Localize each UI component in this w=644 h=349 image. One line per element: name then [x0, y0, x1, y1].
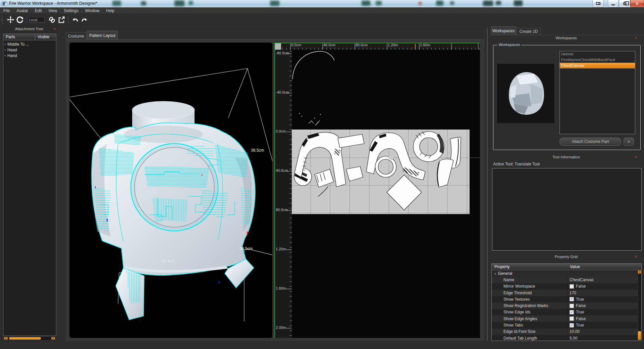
restore-button[interactable] — [619, 0, 630, 7]
tree-column-parts[interactable]: Parts — [3, 34, 35, 40]
property-value: ✓True — [567, 322, 641, 328]
attach-costume-part-button[interactable]: Attach Costume Part — [559, 138, 621, 146]
export-button[interactable] — [57, 15, 66, 24]
desktop-blur-blob — [362, 1, 370, 6]
ruler-horizontal — [281, 43, 480, 50]
plus-icon: + — [627, 139, 630, 144]
menu-item-settings[interactable]: Settings — [60, 7, 82, 14]
ruler-corner-box — [274, 43, 281, 50]
tab-create-2d[interactable]: Create 2D — [516, 28, 541, 35]
property-row[interactable]: Show Tabs✓True — [492, 322, 641, 328]
value-text: True — [576, 323, 584, 328]
close-panel-icon[interactable]: × — [53, 26, 56, 32]
close-panel-icon[interactable]: × — [635, 35, 637, 41]
menu-item-file[interactable]: File — [0, 7, 13, 14]
property-row[interactable]: Edge Id Font Size10.00 — [492, 329, 641, 335]
workspace-list-item[interactable]: ChestCanvas — [560, 63, 635, 68]
tree-row[interactable]: ▸Hand — [3, 53, 56, 58]
undo-button[interactable] — [70, 15, 80, 24]
scrollbar-thumb[interactable] — [9, 337, 41, 340]
scroll-left-button[interactable] — [4, 337, 8, 340]
property-row[interactable]: Show Edge Ids✓True — [492, 309, 641, 315]
tab-pattern-layout[interactable]: Pattern Layout — [87, 31, 118, 40]
tree-column-visible[interactable]: Visible — [35, 34, 56, 40]
workspaces-group-label: Workspaces — [497, 43, 521, 47]
scrollbar-thumb[interactable] — [638, 331, 641, 340]
value-text: False — [576, 284, 586, 289]
checkbox[interactable] — [570, 284, 574, 289]
panel-splitter[interactable] — [487, 28, 488, 341]
menu-item-avatar[interactable]: Avatar — [13, 7, 31, 14]
tree-row[interactable]: ▸Head — [3, 47, 56, 53]
open-external-icon — [58, 16, 65, 23]
property-row[interactable]: Show Edge AnglesFalse — [492, 315, 641, 322]
checkbox[interactable] — [570, 304, 574, 308]
value-text: ChestCanvas — [570, 278, 594, 282]
value-text: False — [576, 316, 586, 321]
minimize-button[interactable] — [608, 0, 619, 7]
property-row[interactable]: Show Textures✓True — [492, 296, 641, 302]
value-text: True — [576, 297, 584, 302]
close-panel-icon[interactable]: × — [635, 154, 637, 160]
column-property[interactable]: Property — [494, 264, 509, 270]
viewport-pattern-2d[interactable]: 0.0cm40.0cm80.0cm1.20m1.60m-80.0cm-40.0c… — [274, 43, 480, 338]
checkbox[interactable]: ✓ — [570, 323, 574, 328]
tab-workspaces[interactable]: Workspaces — [491, 27, 516, 35]
property-row[interactable]: Show Registration MarksFalse — [492, 302, 641, 309]
ruler-v-label: -40.0cm — [276, 90, 289, 94]
property-group-row[interactable]: ▾General — [492, 270, 641, 277]
property-row[interactable]: NameChestCanvas — [492, 277, 641, 283]
rotate-tool-button[interactable] — [15, 15, 24, 24]
close-panel-icon[interactable]: × — [635, 254, 637, 259]
workspace-thumbnail[interactable] — [497, 64, 554, 123]
menu-item-window[interactable]: Window — [82, 7, 103, 14]
tree-row[interactable]: ▸Middle To ... — [3, 41, 56, 47]
coordinate-space-field[interactable] — [27, 17, 45, 22]
attachment-tree-panel: Attachment Tree × Parts Visible ▸Middle … — [1, 26, 58, 342]
workspace-list-item[interactable]: FireWarriorChestWithBackPack — [560, 57, 635, 63]
ruler-h-label: 1.20m — [388, 43, 398, 47]
window-title: Fire Warrior Workspace - Armorsmith Desi… — [9, 1, 98, 6]
checkbox[interactable]: ✓ — [570, 310, 574, 314]
toolbar-separator — [68, 16, 68, 24]
tablet-input-button[interactable] — [592, 0, 604, 7]
workspace-list[interactable]: HelmetFireWarriorChestWithBackPackChestC… — [559, 51, 635, 134]
property-row[interactable]: Mirror WorkspaceFalse — [492, 283, 641, 290]
scroll-up-button[interactable] — [638, 270, 641, 273]
property-row[interactable]: Default Tab Length5.00 — [492, 335, 641, 341]
restore-icon — [623, 2, 626, 5]
expander-icon[interactable]: ▸ — [3, 43, 7, 46]
expander-icon[interactable]: ▸ — [3, 48, 7, 51]
property-name: Edge Threshold — [492, 291, 567, 295]
attachment-tree: Parts Visible ▸Middle To ...▸Head▸Hand — [3, 34, 56, 336]
redo-button[interactable] — [80, 15, 89, 24]
desktop-blur-blob — [483, 1, 493, 6]
workspace-list-item[interactable]: Helmet — [560, 51, 635, 57]
tab-costume[interactable]: Costume — [66, 32, 87, 40]
collapse-icon[interactable]: ▾ — [494, 272, 496, 276]
scroll-right-button[interactable] — [51, 337, 55, 340]
property-name: Edge Id Font Size — [492, 329, 567, 334]
ruler-v-label: 2.00m — [276, 326, 286, 330]
menu-item-view[interactable]: View — [45, 7, 61, 14]
active-tool-status: Active Tool: Translate Tool — [493, 162, 540, 166]
toolbar-grip[interactable] — [1, 15, 3, 24]
column-value[interactable]: Value — [570, 264, 580, 270]
tree-horizontal-scrollbar[interactable] — [3, 337, 56, 340]
add-workspace-button[interactable]: + — [624, 138, 634, 146]
checkbox[interactable] — [570, 316, 574, 321]
checkbox[interactable]: ✓ — [570, 297, 574, 301]
tree-item-label: Middle To ... — [7, 42, 29, 47]
property-name: Default Tab Length — [492, 336, 567, 341]
expander-icon[interactable]: ▸ — [3, 54, 7, 57]
value-text: 5.00 — [570, 336, 577, 341]
close-button[interactable]: × — [630, 0, 644, 7]
menu-item-help[interactable]: Help — [103, 7, 118, 14]
property-row[interactable]: Edge Threshold170 — [492, 290, 641, 296]
move-tool-button[interactable] — [6, 15, 15, 24]
value-text: True — [576, 310, 584, 314]
menu-item-edit[interactable]: Edit — [32, 7, 45, 14]
viewport-3d[interactable]: 36.5cm 37.4cm 38.5cm — [69, 43, 272, 338]
link-button[interactable] — [47, 15, 57, 24]
property-grid-scrollbar[interactable] — [638, 270, 641, 341]
